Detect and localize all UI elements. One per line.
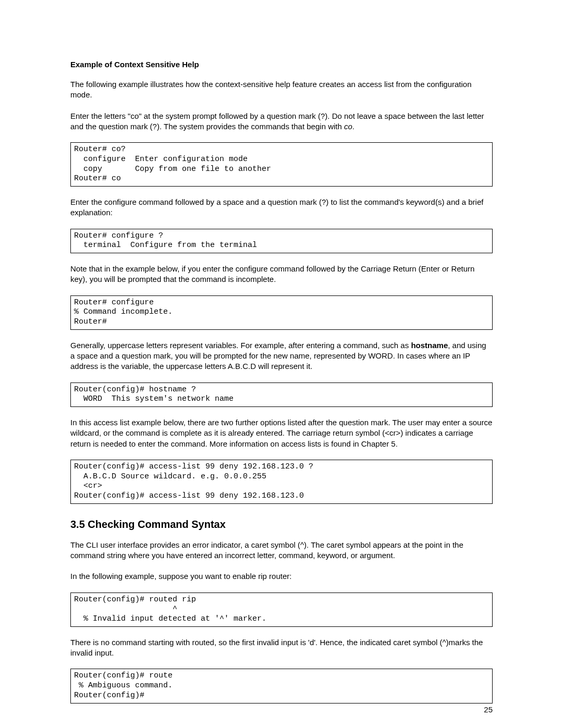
section-title: Example of Context Sensitive Help — [70, 60, 493, 69]
document-page: Example of Context Sensitive Help The fo… — [0, 0, 563, 728]
paragraph-3: Enter the configure command followed by … — [70, 197, 493, 218]
paragraph-5-part-a: Generally, uppercase letters represent v… — [70, 341, 411, 350]
code-block-5: Router(config)# access-list 99 deny 192.… — [70, 460, 493, 504]
page-number: 25 — [484, 705, 493, 714]
paragraph-9: There is no command starting with routed… — [70, 637, 493, 659]
code-block-2: Router# configure ? terminal Configure f… — [70, 229, 493, 254]
paragraph-2-part-b: . — [352, 122, 354, 131]
code-block-7: Router(config)# route % Ambiguous comman… — [70, 669, 493, 703]
paragraph-1: The following example illustrates how th… — [70, 79, 493, 101]
code-block-4: Router(config)# hostname ? WORD This sys… — [70, 382, 493, 408]
paragraph-5: Generally, uppercase letters represent v… — [70, 340, 493, 372]
paragraph-4: Note that in the example below, if you e… — [70, 264, 493, 285]
paragraph-2: Enter the letters "co" at the system pro… — [70, 111, 493, 132]
paragraph-5-bold: hostname — [411, 341, 448, 350]
heading-3-5: 3.5 Checking Command Syntax — [70, 519, 493, 530]
paragraph-7: The CLI user interface provides an error… — [70, 540, 493, 561]
paragraph-2-italic: co — [344, 122, 352, 131]
code-block-6: Router(config)# routed rip ^ % Invalid i… — [70, 593, 493, 627]
code-block-3: Router# configure % Command incomplete. … — [70, 295, 493, 330]
paragraph-8: In the following example, suppose you wa… — [70, 571, 493, 582]
paragraph-6: In this access list example below, there… — [70, 417, 493, 449]
code-block-1: Router# co? configure Enter configuratio… — [70, 142, 493, 187]
paragraph-2-part-a: Enter the letters "co" at the system pro… — [70, 112, 484, 131]
